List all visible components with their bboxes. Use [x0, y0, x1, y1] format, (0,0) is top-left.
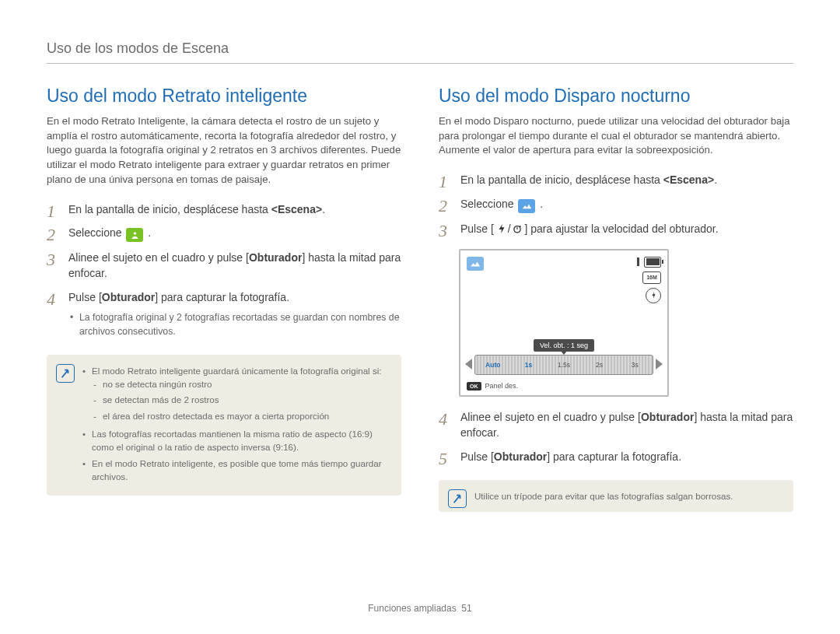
ok-button-label: OK: [467, 382, 481, 391]
note-icon: [56, 364, 75, 383]
intro-paragraph: En el modo Retrato Inteligente, la cámar…: [47, 114, 401, 187]
step-number: 2: [439, 194, 447, 219]
step-text: Seleccione .: [68, 226, 151, 239]
note-item: En el modo Retrato inteligente, es posib…: [82, 457, 390, 486]
note-sub-item: el área del rostro detectada es mayor a …: [93, 409, 390, 425]
step-item: 5 Pulse [Obturador] para capturar la fot…: [439, 449, 793, 472]
step-sublist: La fotografía original y 2 fotografías r…: [68, 311, 401, 339]
flash-timer-icons: /: [497, 221, 522, 236]
step-item: 4 Alinee el sujeto en el cuadro y pulse …: [439, 409, 793, 449]
page-footer: Funciones ampliadas 51: [0, 603, 840, 614]
signal-icon: [637, 257, 639, 266]
dial-mark: 1.5s: [546, 361, 582, 369]
steps-list-right-2: 4 Alinee el sujeto en el cuadro y pulse …: [439, 409, 793, 472]
step-text: En la pantalla de inicio, desplácese has…: [68, 203, 325, 215]
dial-mark: 3s: [617, 361, 653, 369]
step-text: Pulse [ / ] para ajustar la velocidad de…: [460, 222, 719, 235]
timer-icon: [513, 223, 522, 234]
lcd-footer: OK Panel des.: [467, 382, 518, 391]
dial-mark: 2s: [582, 361, 618, 369]
note-box: El modo Retrato inteligente guardará úni…: [47, 355, 401, 496]
step-number: 5: [439, 447, 447, 471]
running-head: Uso de los modos de Escena: [47, 40, 793, 57]
section-title-smart-portrait: Uso del modo Retrato inteligente: [47, 86, 401, 107]
dial-left-arrow-icon: [465, 359, 472, 370]
note-item: El modo Retrato inteligente guardará úni…: [82, 364, 390, 428]
step-number: 2: [47, 222, 55, 247]
shutter-dial: Auto 1s 1.5s 2s 3s: [474, 355, 653, 375]
step-number: 4: [47, 287, 55, 312]
lcd-mode-icon: [467, 257, 484, 271]
panel-label: Panel des.: [485, 382, 519, 390]
step-sublist-item: La fotografía original y 2 fotografías r…: [68, 311, 401, 339]
step-item: 3 Pulse [ / ] para ajustar la velocidad …: [439, 221, 793, 244]
dial-right-arrow-icon: [656, 359, 663, 370]
note-item: Las fotografías recortadas mantienen la …: [82, 427, 390, 457]
note-box: Utilice un trípode para evitar que las f…: [439, 480, 793, 512]
dial-mark: 1s: [511, 361, 547, 369]
resolution-badge: 16M: [642, 271, 661, 284]
note-list: El modo Retrato inteligente guardará úni…: [82, 364, 390, 486]
lcd-status-icons: 16M: [637, 257, 661, 303]
step-item: 4 Pulse [Obturador] para capturar la fot…: [47, 289, 401, 347]
intro-paragraph: En el modo Disparo nocturno, puede utili…: [439, 114, 793, 158]
right-column: Uso del modo Disparo nocturno En el modo…: [439, 86, 793, 512]
step-text: Alinee el sujeto en el cuadro y pulse [O…: [68, 251, 401, 279]
step-item: 2 Seleccione .: [47, 225, 401, 250]
step-text: Pulse [Obturador] para capturar la fotog…: [68, 291, 289, 303]
step-number: 1: [439, 170, 447, 194]
step-item: 1 En la pantalla de inicio, desplácese h…: [47, 201, 401, 225]
step-number: 1: [47, 199, 55, 224]
section-title-night-shot: Uso del modo Disparo nocturno: [439, 86, 793, 107]
step-item: 1 En la pantalla de inicio, desplácese h…: [439, 172, 793, 195]
step-text: Seleccione .: [460, 198, 543, 210]
step-number: 3: [439, 219, 447, 243]
step-text: Pulse [Obturador] para capturar la fotog…: [460, 450, 681, 463]
note-text: Utilice un trípode para evitar que las f…: [474, 491, 733, 501]
step-text: En la pantalla de inicio, desplácese has…: [460, 173, 717, 186]
left-column: Uso del modo Retrato inteligente En el m…: [47, 86, 401, 512]
flash-badge-icon: [646, 288, 661, 303]
svg-point-0: [134, 232, 137, 235]
step-text: Alinee el sujeto en el cuadro y pulse [O…: [460, 411, 793, 439]
note-sub-item: no se detecta ningún rostro: [93, 377, 390, 393]
manual-page: Uso de los modos de Escena Uso del modo …: [0, 0, 840, 634]
step-number: 4: [439, 407, 447, 432]
battery-icon: [644, 257, 661, 268]
step-number: 3: [47, 247, 55, 272]
camera-lcd-preview: 16M Vel. obt. : 1 seg Auto 1s 1.5s 2s 3s: [459, 249, 669, 397]
step-item: 2 Seleccione .: [439, 196, 793, 221]
note-sub-item: se detectan más de 2 rostros: [93, 393, 390, 408]
flash-icon: [497, 223, 506, 234]
two-column-layout: Uso del modo Retrato inteligente En el m…: [47, 86, 793, 512]
dial-mark: Auto: [475, 361, 511, 369]
steps-list-right: 1 En la pantalla de inicio, desplácese h…: [439, 172, 793, 244]
portrait-mode-icon: [126, 228, 143, 242]
step-item: 3 Alinee el sujeto en el cuadro y pulse …: [47, 250, 401, 289]
note-icon: [448, 489, 467, 508]
steps-list-left: 1 En la pantalla de inicio, desplácese h…: [47, 201, 401, 347]
header-rule: [47, 63, 793, 64]
night-mode-icon: [518, 199, 535, 213]
